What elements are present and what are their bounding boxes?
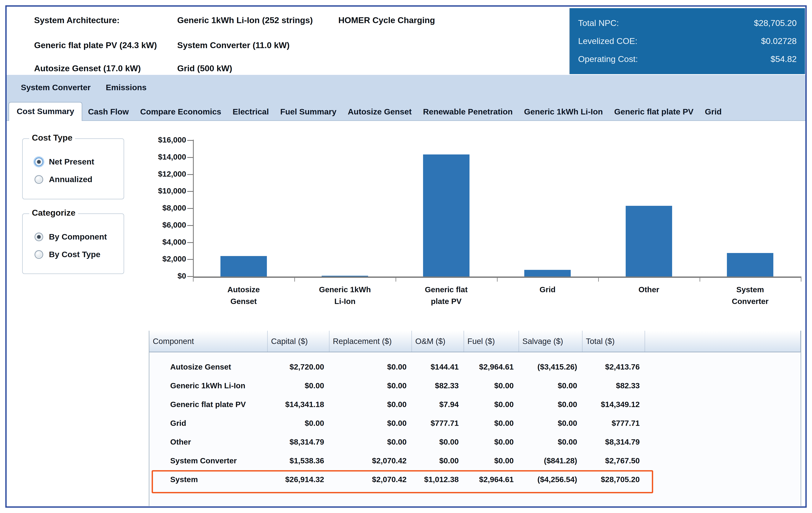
y-tick-mark [187, 208, 193, 209]
operating-cost-label: Operating Cost: [578, 54, 638, 64]
architecture-pv: Generic flat plate PV (24.3 kW) [34, 40, 157, 50]
y-tick-label-0: $0 [121, 272, 186, 280]
cost-table-panel: ComponentCapital ($)Replacement ($)O&M (… [149, 331, 801, 506]
by-component-label: By Component [49, 232, 107, 241]
component-name: Generic 1kWh Li-Ion [149, 376, 245, 395]
tab-system-converter[interactable]: System Converter [21, 83, 91, 92]
cell-replacement: $0.00 [329, 433, 407, 451]
table-row-generic-1kwh-li-ion[interactable]: Generic 1kWh Li-Ion$0.00$0.00$82.33$0.00… [149, 376, 801, 395]
by-cost-type-label: By Cost Type [49, 250, 100, 259]
bar-generic-1kwh-li-ion [322, 276, 368, 276]
y-tick-label-4-000: $4,000 [121, 238, 186, 246]
table-row-autosize-genset[interactable]: Autosize Genset$2,720.00$0.00$144.41$2,9… [149, 358, 801, 376]
y-tick-label-2-000: $2,000 [121, 254, 186, 264]
y-tick-mark [187, 174, 193, 175]
column-header-replacement[interactable]: Replacement ($) [329, 331, 412, 352]
cost-type-group: Cost Type Net Present Annualized [22, 138, 124, 199]
x-tick-mark [193, 278, 194, 281]
option-annualized[interactable]: Annualized [34, 175, 94, 184]
cell-o-m: $0.00 [412, 451, 459, 470]
cell-total: $2,767.50 [582, 451, 640, 470]
bar-grid [524, 270, 571, 276]
column-header-fuel[interactable]: Fuel ($) [464, 331, 519, 352]
tab-electrical[interactable]: Electrical [227, 107, 274, 121]
cell-salvage: $0.00 [519, 433, 577, 451]
x-category-label-other: Other [598, 284, 700, 296]
y-tick-mark [187, 157, 193, 158]
column-header-o-m[interactable]: O&M ($) [412, 331, 464, 352]
architecture-genset: Autosize Genset (17.0 kW) [34, 63, 141, 73]
cell-replacement: $0.00 [329, 358, 407, 376]
table-row-other[interactable]: Other$8,314.79$0.00$0.00$0.00$0.00$8,314… [149, 433, 801, 451]
cell-capital: $8,314.79 [268, 433, 324, 451]
annualized-label: Annualized [49, 175, 92, 184]
x-axis-line [193, 276, 802, 278]
operating-cost-value: $54.82 [771, 54, 796, 64]
tab-compare-economics[interactable]: Compare Economics [135, 107, 227, 121]
component-name: System Converter [149, 451, 237, 470]
tab-renewable-penetration[interactable]: Renewable Penetration [417, 107, 518, 121]
net-present-radio[interactable] [34, 157, 43, 166]
column-header-salvage[interactable]: Salvage ($) [519, 331, 582, 352]
cell-salvage: $0.00 [519, 376, 577, 395]
column-header-total[interactable]: Total ($) [582, 331, 645, 352]
levelized-coe-row: Levelized COE: $0.02728 [578, 36, 796, 46]
cell-o-m: $144.41 [412, 358, 459, 376]
tab-emissions[interactable]: Emissions [106, 83, 146, 92]
total-npc-value: $28,705.20 [754, 18, 796, 28]
tab-cash-flow[interactable]: Cash Flow [82, 107, 135, 121]
option-by-cost-type[interactable]: By Cost Type [34, 250, 107, 259]
operating-cost-row: Operating Cost: $54.82 [578, 54, 796, 64]
column-header-component[interactable]: Component [149, 331, 268, 352]
table-row-generic-flat-plate-pv[interactable]: Generic flat plate PV$14,341.18$0.00$7.9… [149, 395, 801, 414]
y-tick-mark [187, 225, 193, 226]
x-category-label-grid: Grid [497, 284, 599, 296]
x-category-label-generic-1kwh-li-ion: Generic 1kWhLi-Ion [294, 284, 396, 307]
annualized-radio[interactable] [34, 175, 43, 184]
cell-o-m: $777.71 [412, 414, 459, 433]
column-header-capital[interactable]: Capital ($) [268, 331, 329, 352]
cell-total: $8,314.79 [582, 433, 640, 451]
y-tick-mark [187, 191, 193, 192]
x-tick-mark [598, 278, 599, 281]
simulation-results-window: System Architecture: Generic 1kWh Li-Ion… [5, 5, 807, 508]
cell-salvage: ($3,415.26) [519, 358, 577, 376]
tab-row-2: Cost SummaryCash FlowCompare EconomicsEl… [8, 102, 727, 121]
x-tick-mark [801, 278, 802, 281]
cell-replacement: $2,070.42 [329, 451, 407, 470]
x-category-label-system-converter: SystemConverter [700, 284, 801, 307]
cell-capital: $14,341.18 [268, 395, 324, 414]
y-tick-label-16-000: $16,000 [121, 135, 186, 144]
cell-fuel: $0.00 [464, 376, 514, 395]
total-npc-row: Total NPC: $28,705.20 [578, 18, 796, 28]
option-by-component[interactable]: By Component [34, 232, 107, 241]
tab-generic-1kwh-li-ion[interactable]: Generic 1kWh Li-Ion [518, 107, 609, 121]
cell-total: $777.71 [582, 414, 640, 433]
cell-total: $82.33 [582, 376, 640, 395]
bar-autosize-genset [221, 256, 267, 276]
cell-capital: $0.00 [268, 376, 324, 395]
tab-fuel-summary[interactable]: Fuel Summary [274, 107, 342, 121]
table-row-grid[interactable]: Grid$0.00$0.00$777.71$0.00$0.00$777.71 [149, 414, 801, 433]
tab-generic-flat-plate-pv[interactable]: Generic flat plate PV [609, 107, 699, 121]
x-tick-mark [700, 278, 700, 281]
tab-grid[interactable]: Grid [699, 107, 727, 121]
x-tick-mark [396, 278, 396, 281]
by-component-radio[interactable] [34, 233, 43, 241]
tab-autosize-genset[interactable]: Autosize Genset [342, 107, 417, 121]
tab-cost-summary[interactable]: Cost Summary [8, 102, 82, 121]
categorize-group: Categorize By Component By Cost Type [22, 213, 124, 274]
cell-capital: $1,538.36 [268, 451, 324, 470]
cell-fuel: $0.00 [464, 451, 514, 470]
levelized-coe-label: Levelized COE: [578, 36, 637, 46]
by-cost-type-radio[interactable] [34, 250, 43, 259]
cell-fuel: $0.00 [464, 395, 514, 414]
architecture-converter: System Converter (11.0 kW) [177, 40, 290, 50]
cell-capital: $0.00 [268, 414, 324, 433]
categorize-legend: Categorize [29, 208, 78, 218]
table-row-system-converter[interactable]: System Converter$1,538.36$2,070.42$0.00$… [149, 451, 801, 470]
bar-generic-flat-plate-pv [423, 154, 469, 276]
option-net-present[interactable]: Net Present [34, 157, 94, 167]
system-architecture-label: System Architecture: [34, 16, 120, 25]
cell-fuel: $0.00 [464, 433, 514, 451]
